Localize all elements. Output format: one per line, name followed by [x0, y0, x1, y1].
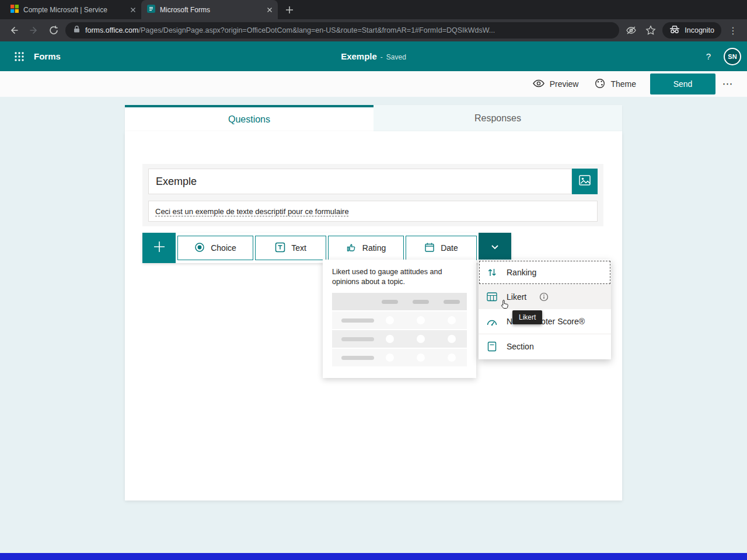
- forms-app-header: Forms Exemple - Saved ? SN: [0, 41, 747, 71]
- form-title-input[interactable]: Exemple: [148, 169, 572, 194]
- microsoft-logo-icon: [11, 5, 19, 15]
- menu-item-label: Ranking: [507, 268, 536, 277]
- app-name[interactable]: Forms: [34, 51, 61, 61]
- form-description-text: Ceci est un exemple de texte descriptif …: [155, 207, 349, 216]
- browser-address-bar: forms.office.com/Pages/DesignPage.aspx?o…: [0, 19, 747, 41]
- theme-button[interactable]: Theme: [587, 71, 644, 97]
- more-question-types-button[interactable]: [479, 233, 511, 263]
- tab-close-icon[interactable]: [265, 5, 274, 15]
- insert-image-button[interactable]: [572, 169, 598, 194]
- text-field-icon: [275, 242, 285, 254]
- likert-preview-row: [332, 312, 467, 329]
- radio-choice-icon: [194, 242, 205, 254]
- design-page-content: Questions Responses Exemple Ceci est un …: [0, 97, 747, 553]
- info-icon[interactable]: [539, 292, 549, 302]
- document-title: Exemple - Saved: [341, 51, 406, 61]
- calendar-icon: [424, 242, 435, 254]
- theme-label: Theme: [610, 79, 636, 89]
- doc-title-text: Exemple: [341, 51, 377, 61]
- menu-item-ranking[interactable]: Ranking: [479, 260, 611, 285]
- tab-questions[interactable]: Questions: [125, 105, 374, 131]
- preview-eye-icon: [533, 79, 544, 89]
- lock-icon: [74, 25, 80, 36]
- plus-icon: [152, 239, 167, 257]
- forms-logo-icon: [147, 5, 155, 15]
- incognito-icon: [669, 25, 680, 36]
- form-description-input[interactable]: Ceci est un exemple de texte descriptif …: [148, 201, 598, 222]
- likert-grid-icon: [486, 292, 498, 302]
- refresh-button[interactable]: [46, 22, 62, 38]
- forward-button[interactable]: [26, 22, 42, 38]
- command-bar: Preview Theme Send ⋯: [0, 71, 747, 97]
- thumbs-up-icon: [346, 242, 357, 254]
- form-title-block: Exemple Ceci est un exemple de texte des…: [142, 164, 603, 226]
- likert-preview-table: [332, 293, 467, 366]
- theme-palette-icon: [595, 78, 605, 90]
- nps-gauge-icon: [486, 317, 498, 326]
- back-button[interactable]: [6, 22, 22, 38]
- chevron-down-icon: [489, 241, 501, 255]
- browser-tab-microsoft-forms[interactable]: Microsoft Forms: [141, 0, 278, 19]
- menu-item-section[interactable]: Section: [479, 334, 611, 359]
- new-tab-button[interactable]: [281, 2, 298, 18]
- eye-off-icon[interactable]: [623, 22, 639, 38]
- browser-tab-compte-microsoft[interactable]: Compte Microsoft | Service: [5, 0, 141, 19]
- url-bar[interactable]: forms.office.com/Pages/DesignPage.aspx?o…: [65, 22, 619, 38]
- more-options-icon[interactable]: ⋯: [715, 71, 740, 97]
- bottom-strip: [0, 553, 747, 560]
- add-choice-button[interactable]: Choice: [177, 236, 253, 260]
- add-question-button[interactable]: [142, 233, 176, 263]
- likert-preview-row: [332, 349, 467, 366]
- ranking-arrows-icon: [486, 267, 498, 278]
- bookmark-star-icon[interactable]: [643, 22, 659, 38]
- doc-title-separator: -: [381, 53, 383, 61]
- menu-item-label: Likert: [507, 292, 526, 302]
- app-launcher-waffle-icon[interactable]: [7, 44, 32, 69]
- rating-label: Rating: [362, 243, 386, 253]
- likert-flyout-text: Likert used to gauge attitudes and opini…: [332, 267, 458, 287]
- menu-item-likert[interactable]: Likert: [479, 285, 611, 309]
- preview-button[interactable]: Preview: [525, 71, 587, 97]
- question-type-menu: Ranking Likert Net Promoter Score®: [479, 260, 611, 359]
- incognito-label: Incognito: [685, 26, 714, 34]
- tab-responses[interactable]: Responses: [374, 105, 622, 131]
- add-text-button[interactable]: Text: [255, 236, 326, 260]
- image-icon: [578, 174, 591, 189]
- section-page-icon: [486, 341, 498, 352]
- url-path: /Pages/DesignPage.aspx?origin=OfficeDotC…: [138, 26, 495, 34]
- likert-preview-header-row: [332, 293, 467, 310]
- tab-title: Compte Microsoft | Service: [23, 6, 124, 14]
- browser-window: Compte Microsoft | Service Microsoft For…: [0, 0, 747, 560]
- menu-item-net-promoter-score[interactable]: Net Promoter Score®: [479, 309, 611, 334]
- url-text: forms.office.com/Pages/DesignPage.aspx?o…: [85, 26, 495, 34]
- likert-preview-row: [332, 330, 467, 348]
- add-date-button[interactable]: Date: [406, 236, 477, 260]
- likert-description-flyout: Likert used to gauge attitudes and opini…: [323, 260, 476, 378]
- date-label: Date: [441, 243, 458, 253]
- browser-tab-strip: Compte Microsoft | Service Microsoft For…: [0, 0, 747, 19]
- menu-item-label: Section: [507, 342, 534, 351]
- help-button[interactable]: ?: [706, 51, 711, 61]
- preview-label: Preview: [550, 79, 579, 89]
- tab-close-icon[interactable]: [128, 5, 138, 15]
- text-label: Text: [291, 243, 306, 253]
- likert-tooltip: Likert: [512, 310, 542, 324]
- incognito-badge: Incognito: [662, 22, 721, 38]
- add-rating-button[interactable]: Rating: [328, 236, 404, 260]
- tab-title: Microsoft Forms: [160, 6, 260, 14]
- url-domain: forms.office.com: [85, 26, 138, 34]
- hand-cursor-icon: [501, 299, 509, 312]
- view-tabs: Questions Responses: [125, 105, 622, 131]
- send-button[interactable]: Send: [650, 74, 715, 94]
- avatar[interactable]: SN: [724, 48, 741, 65]
- browser-menu-icon[interactable]: ⋮: [725, 22, 741, 38]
- save-status: Saved: [386, 53, 406, 61]
- add-question-toolbar: Choice Text Rating: [142, 233, 511, 263]
- choice-label: Choice: [211, 243, 236, 253]
